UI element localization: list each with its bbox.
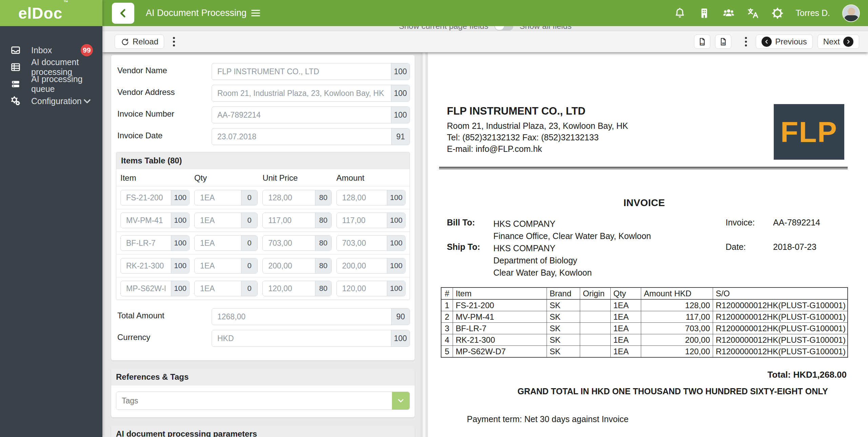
item-input[interactable]	[121, 281, 171, 296]
document-fields-card: Vendor Name 100 Vendor Address 100	[111, 55, 415, 360]
download-word-button[interactable]: W	[715, 35, 731, 49]
confidence-score: 90	[391, 309, 410, 325]
item-input[interactable]	[121, 213, 171, 228]
translate-icon[interactable]	[747, 7, 759, 19]
back-button[interactable]	[112, 3, 134, 24]
reload-icon	[120, 37, 129, 46]
invoice-grand-total-words: GRAND TOTAL IN HKD ONE THOUSAND TWO HUND…	[517, 386, 828, 396]
confidence-score: 0	[241, 236, 257, 251]
confidence-score: 100	[171, 236, 189, 251]
item-input[interactable]	[121, 190, 171, 205]
tags-dropdown-button[interactable]	[392, 392, 410, 410]
column-header: #	[441, 288, 453, 299]
ai-parameters-card: AI document processing parameters Automa…	[111, 425, 415, 437]
field-label: Currency	[116, 330, 212, 342]
user-avatar[interactable]	[842, 4, 860, 22]
word-file-icon: W	[719, 37, 728, 46]
confidence-score: 100	[387, 236, 405, 251]
unit-price-input[interactable]	[263, 213, 315, 228]
table-row: 100 0 80 100	[116, 232, 410, 254]
unit-price-input[interactable]	[263, 281, 315, 296]
field-row: Vendor Address 100	[116, 85, 410, 102]
notifications-bell-icon[interactable]	[674, 7, 686, 19]
title-menu-icon[interactable]	[251, 10, 260, 16]
vendor-email-line: E-mail: info@FLP.com.hk	[447, 143, 628, 155]
main-area: AI Document Processing	[102, 0, 868, 437]
sidebar-item-configuration[interactable]: Configuration	[0, 93, 102, 110]
qty-input[interactable]	[195, 258, 241, 273]
sidebar: elDoc™ Inbox 99 AI document processing	[0, 0, 102, 437]
item-input[interactable]	[121, 258, 171, 273]
qty-input[interactable]	[195, 190, 241, 205]
next-page-button[interactable]: Next	[817, 35, 859, 49]
sidebar-item-inbox[interactable]: Inbox 99	[0, 42, 102, 59]
inbox-count-badge: 99	[81, 44, 93, 56]
toolbar-more-menu[interactable]	[169, 34, 179, 49]
settings-gear-icon[interactable]	[771, 7, 784, 19]
items-table-title: Items Table (80)	[116, 152, 410, 169]
vendor-address-input[interactable]	[212, 85, 391, 101]
reload-button[interactable]: Reload	[115, 35, 164, 49]
fields-visibility-toggle[interactable]	[494, 26, 513, 31]
toolbar: Reload PDF W	[102, 31, 868, 52]
qty-input[interactable]	[195, 281, 241, 296]
currency-input[interactable]	[212, 330, 391, 346]
document-preview-pane: FLP INSTRUMENT CO., LTD Room 21, Industr…	[428, 52, 868, 437]
invoice-date-label: Date:	[726, 242, 746, 252]
unit-price-input[interactable]	[263, 190, 315, 205]
confidence-score: 91	[391, 128, 410, 145]
users-group-icon[interactable]	[723, 7, 735, 19]
sidebar-nav: Inbox 99 AI document processing AI proce…	[0, 26, 102, 110]
references-tags-card: References & Tags	[111, 369, 415, 417]
table-row: 100 0 80 100	[116, 186, 410, 209]
invoice-total: Total: HKD1,268.00	[767, 370, 847, 380]
show-all-fields-label: Show all fields	[519, 26, 571, 31]
item-input[interactable]	[121, 236, 171, 251]
bill-to-value: HKS COMPANY Finance Office, Clear Water …	[493, 218, 651, 242]
column-header: Amount	[336, 173, 406, 183]
field-row: Vendor Name 100	[116, 63, 410, 80]
unit-price-input[interactable]	[263, 236, 315, 251]
pane-splitter[interactable]	[420, 52, 428, 437]
document-more-menu[interactable]	[741, 34, 751, 49]
invoice-number-input[interactable]	[212, 107, 391, 123]
amount-input[interactable]	[337, 258, 387, 273]
confidence-score: 100	[387, 190, 405, 205]
ship-to-label: Ship To:	[447, 242, 480, 252]
pdf-file-icon: PDF	[698, 37, 707, 46]
column-header: Qty	[610, 288, 641, 299]
confidence-score: 80	[315, 258, 331, 273]
fields-visibility-bar: Show current page fields Show all fields	[102, 26, 868, 31]
previous-page-button[interactable]: Previous	[756, 35, 812, 49]
total-amount-input[interactable]	[212, 309, 391, 325]
sidebar-item-label: AI processing queue	[31, 74, 93, 94]
amount-input[interactable]	[337, 281, 387, 296]
vendor-name-input[interactable]	[212, 63, 391, 80]
sidebar-item-ai-processing-queue[interactable]: AI processing queue	[0, 76, 102, 93]
unit-price-input[interactable]	[263, 258, 315, 273]
column-header: Unit Price	[262, 173, 332, 183]
table-row: 1FS-21-200SK1EA128,00R1200000012HK(PLUST…	[441, 299, 847, 311]
qty-input[interactable]	[195, 213, 241, 228]
app-logo[interactable]: elDoc™	[18, 4, 67, 22]
items-table-header: Item Qty Unit Price Amount	[116, 169, 410, 186]
tags-input[interactable]	[116, 392, 392, 410]
download-pdf-button[interactable]: PDF	[694, 35, 710, 49]
amount-input[interactable]	[337, 236, 387, 251]
table-row: 100 0 80 100	[116, 209, 410, 232]
confidence-score: 100	[387, 281, 405, 296]
qty-input[interactable]	[195, 236, 241, 251]
extraction-form-pane: Vendor Name 100 Vendor Address 100	[102, 52, 420, 437]
invoice-date-input[interactable]	[212, 128, 391, 145]
chevron-right-circle-icon	[843, 37, 853, 47]
gears-icon	[10, 96, 21, 106]
bill-to-label: Bill To:	[447, 218, 475, 227]
sidebar-item-ai-document-processing[interactable]: AI document processing	[0, 59, 102, 76]
column-header: Amount HKD	[641, 288, 713, 299]
invoice-document: FLP INSTRUMENT CO., LTD Room 21, Industr…	[428, 52, 868, 437]
amount-input[interactable]	[337, 213, 387, 228]
amount-input[interactable]	[337, 190, 387, 205]
user-name[interactable]: Torres D.	[796, 8, 830, 18]
table-row: 100 0 80 100	[116, 254, 410, 277]
organization-building-icon[interactable]	[698, 7, 710, 19]
